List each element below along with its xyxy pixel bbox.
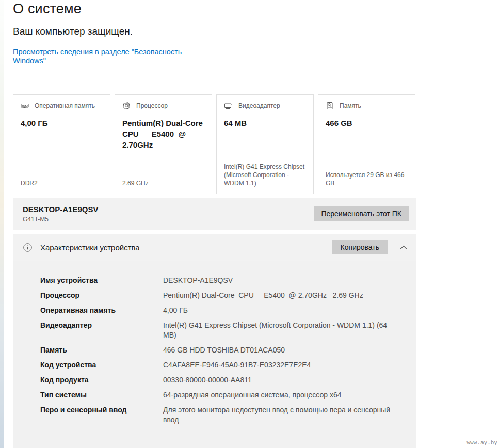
- spec-value: DESKTOP-A1E9QSV: [163, 276, 393, 285]
- protection-status: Ваш компьютер защищен.: [13, 26, 416, 37]
- spec-label: Тип системы: [40, 390, 163, 400]
- card-ram: Оперативная память 4,00 ГБ DDR2: [13, 94, 110, 194]
- table-row: Тип системы 64-разрядная операционная си…: [40, 390, 416, 400]
- card-cpu: Процессор Pentium(R) Dual-Core CPU E5400…: [115, 94, 212, 194]
- gpu-icon: [224, 102, 233, 110]
- device-specs-header[interactable]: Характеристики устройства Копировать: [13, 234, 416, 261]
- settings-nav-edge: [0, 0, 4, 448]
- collapse-section-button[interactable]: [399, 243, 408, 252]
- site-watermark: www.ay.by: [466, 439, 497, 446]
- table-row: Перо и сенсорный ввод Для этого монитора…: [40, 405, 416, 425]
- ram-icon: [21, 102, 29, 110]
- card-gpu-header: Видеоадаптер: [224, 102, 306, 110]
- info-icon: [23, 243, 33, 252]
- device-specs-table: Имя устройства DESKTOP-A1E9QSV Процессор…: [13, 261, 416, 448]
- card-storage: Память 466 GB Используется 29 GB из 466 …: [318, 94, 415, 194]
- card-storage-header: Память: [326, 102, 408, 110]
- table-row: Оперативная память 4,00 ГБ: [40, 306, 416, 315]
- device-name-bar: DESKTOP-A1E9QSV G41T-M5 Переименовать эт…: [13, 198, 416, 230]
- spec-label: Код устройства: [40, 360, 163, 370]
- spec-label: Код продукта: [40, 375, 163, 385]
- chevron-up-icon: [400, 245, 407, 250]
- page-title: О системе: [13, 0, 416, 17]
- card-cpu-footer: 2.69 GHz: [122, 179, 204, 187]
- card-ram-label: Оперативная память: [35, 102, 95, 109]
- spec-value: C4AFA8EE-F946-45A0-91B7-E03232E7E2E4: [163, 360, 393, 370]
- storage-icon: [326, 102, 334, 110]
- card-gpu-footer: Intel(R) G41 Express Chipset (Microsoft …: [224, 163, 306, 187]
- card-cpu-value: Pentium(R) Dual-Core CPU E5400 @ 2.70GHz: [122, 118, 204, 150]
- spec-label: Видеоадаптер: [40, 321, 163, 340]
- card-ram-footer: DDR2: [21, 179, 103, 187]
- spec-label: Процессор: [40, 291, 163, 300]
- spec-value: Pentium(R) Dual-Core CPU E5400 @ 2.70GHz…: [163, 291, 393, 300]
- card-cpu-header: Процессор: [122, 102, 204, 110]
- card-storage-label: Память: [340, 102, 361, 109]
- card-storage-value: 466 GB: [326, 118, 408, 129]
- table-row: Код устройства C4AFA8EE-F946-45A0-91B7-E…: [40, 360, 416, 370]
- spec-label: Оперативная память: [40, 306, 163, 315]
- device-name: DESKTOP-A1E9QSV: [23, 205, 98, 214]
- spec-value: 466 GB HDD TOSHIBA DT01ACA050: [163, 345, 393, 355]
- device-names: DESKTOP-A1E9QSV G41T-M5: [23, 205, 98, 223]
- card-ram-header: Оперативная память: [21, 102, 103, 110]
- about-page: О системе Ваш компьютер защищен. Просмот…: [13, 0, 416, 448]
- cpu-icon: [122, 102, 131, 110]
- card-gpu: Видеоадаптер 64 MB Intel(R) G41 Express …: [216, 94, 314, 194]
- copy-button[interactable]: Копировать: [332, 240, 388, 254]
- windows-security-link[interactable]: Просмотреть сведения в разделе "Безопасн…: [13, 47, 183, 66]
- card-cpu-label: Процессор: [136, 102, 168, 109]
- table-row: Код продукта 00330-80000-00000-AA811: [40, 375, 416, 385]
- spec-value: Intel(R) G41 Express Chipset (Microsoft …: [163, 321, 393, 340]
- device-specs-title: Характеристики устройства: [40, 243, 140, 252]
- spec-value: 64-разрядная операционная система, проце…: [163, 390, 393, 400]
- table-row: Видеоадаптер Intel(R) G41 Express Chipse…: [40, 321, 416, 340]
- table-row: Процессор Pentium(R) Dual-Core CPU E5400…: [40, 291, 416, 300]
- device-model: G41T-M5: [23, 216, 98, 223]
- rename-pc-button[interactable]: Переименовать этот ПК: [314, 206, 409, 221]
- card-gpu-label: Видеоадаптер: [238, 102, 280, 109]
- card-storage-footer: Используется 29 GB из 466 GB: [326, 171, 408, 187]
- table-row: Память 466 GB HDD TOSHIBA DT01ACA050: [40, 345, 416, 355]
- spec-value: 00330-80000-00000-AA811: [163, 375, 393, 385]
- spec-label: Имя устройства: [40, 276, 163, 285]
- spec-value: Для этого монитора недоступен ввод с пом…: [163, 405, 393, 425]
- spec-label: Память: [40, 345, 163, 355]
- spec-value: 4,00 ГБ: [163, 306, 393, 315]
- card-ram-value: 4,00 ГБ: [21, 118, 103, 129]
- table-row: Имя устройства DESKTOP-A1E9QSV: [40, 276, 416, 285]
- spec-label: Перо и сенсорный ввод: [40, 405, 163, 425]
- card-gpu-value: 64 MB: [224, 118, 306, 129]
- hardware-cards: Оперативная память 4,00 ГБ DDR2 Процессо…: [13, 94, 416, 194]
